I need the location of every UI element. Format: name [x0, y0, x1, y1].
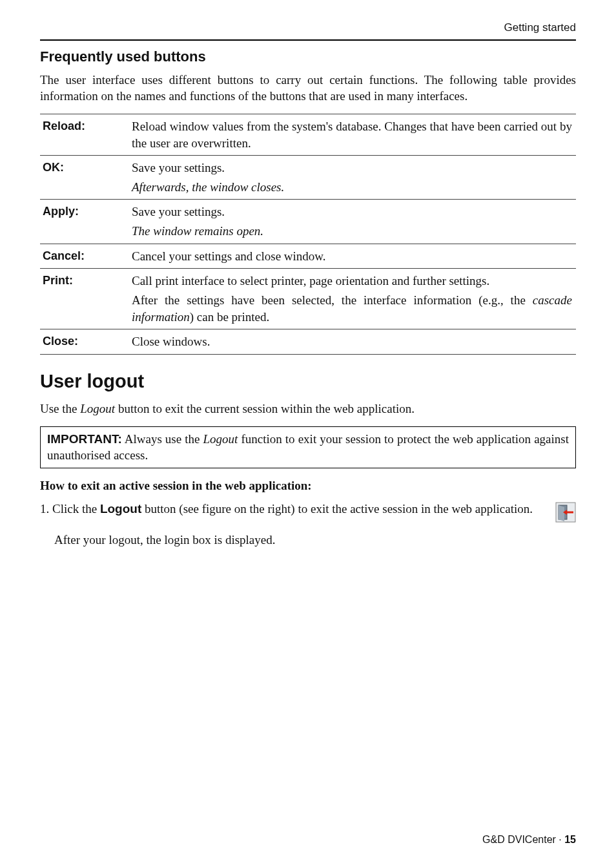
step-row: 1. Click the Logout button (see figure o… [40, 501, 576, 523]
after-logout-text: After your logout, the login box is disp… [54, 532, 576, 548]
term-label: Apply: [40, 200, 132, 244]
step-strong: Logout [100, 502, 141, 516]
section-heading: Frequently used buttons [40, 47, 576, 67]
page-footer: G&D DVICenter · 15 [482, 833, 576, 847]
term-description: Call print interface to select printer, … [132, 269, 576, 329]
term-description: Save your settings.Afterwards, the windo… [132, 156, 576, 200]
term-paragraph: Close windows. [132, 333, 572, 350]
term-paragraph: The window remains open. [132, 223, 572, 240]
term-label: OK: [40, 156, 132, 200]
footer-page-number: 15 [564, 834, 576, 845]
logout-icon [555, 502, 576, 523]
important-em: Logout [203, 432, 238, 446]
table-row: OK:Save your settings.Afterwards, the wi… [40, 156, 576, 200]
howto-heading: How to exit an active session in the web… [40, 477, 576, 494]
buttons-table: Reload:Reload window values from the sys… [40, 114, 576, 355]
table-row: Apply:Save your settings.The window rema… [40, 200, 576, 244]
logout-intro: Use the Logout button to exit the curren… [40, 401, 576, 417]
term-label: Reload: [40, 114, 132, 155]
user-logout-heading: User logout [40, 369, 576, 394]
running-head: Getting started [40, 21, 576, 36]
table-row: Print:Call print interface to select pri… [40, 269, 576, 329]
step-text: 1. Click the Logout button (see figure o… [40, 501, 549, 517]
term-paragraph: Save your settings. [132, 160, 572, 176]
term-paragraph: Cancel your settings and close window. [132, 248, 572, 265]
step-post: button (see figure on the right) to exit… [141, 502, 533, 516]
step-pre: Click the [52, 502, 100, 516]
term-label: Print: [40, 269, 132, 329]
important-callout: IMPORTANT: Always use the Logout functio… [40, 426, 576, 468]
table-row: Close:Close windows. [40, 329, 576, 355]
term-paragraph: After the settings have been selected, t… [132, 292, 572, 325]
section-intro: The user interface uses different button… [40, 72, 576, 105]
step-number: 1. [40, 501, 49, 517]
term-description: Close windows. [132, 329, 576, 355]
svg-marker-2 [559, 505, 564, 521]
term-paragraph: Reload window values from the system's d… [132, 118, 572, 151]
term-description: Reload window values from the system's d… [132, 114, 576, 155]
term-description: Save your settings.The window remains op… [132, 200, 576, 244]
important-label: IMPORTANT: [47, 432, 122, 446]
logout-intro-post: button to exit the current session withi… [115, 402, 415, 415]
header-rule [40, 39, 576, 41]
table-row: Reload:Reload window values from the sys… [40, 114, 576, 155]
term-label: Cancel: [40, 244, 132, 269]
term-paragraph: Save your settings. [132, 203, 572, 220]
important-pre: Always use the [122, 432, 203, 446]
term-description: Cancel your settings and close window. [132, 244, 576, 269]
footer-product: G&D DVICenter · [482, 834, 564, 845]
logout-intro-pre: Use the [40, 402, 80, 415]
term-label: Close: [40, 329, 132, 355]
term-paragraph: Call print interface to select printer, … [132, 273, 572, 289]
table-row: Cancel:Cancel your settings and close wi… [40, 244, 576, 269]
logout-intro-em: Logout [80, 402, 115, 415]
term-paragraph: Afterwards, the window closes. [132, 179, 572, 196]
